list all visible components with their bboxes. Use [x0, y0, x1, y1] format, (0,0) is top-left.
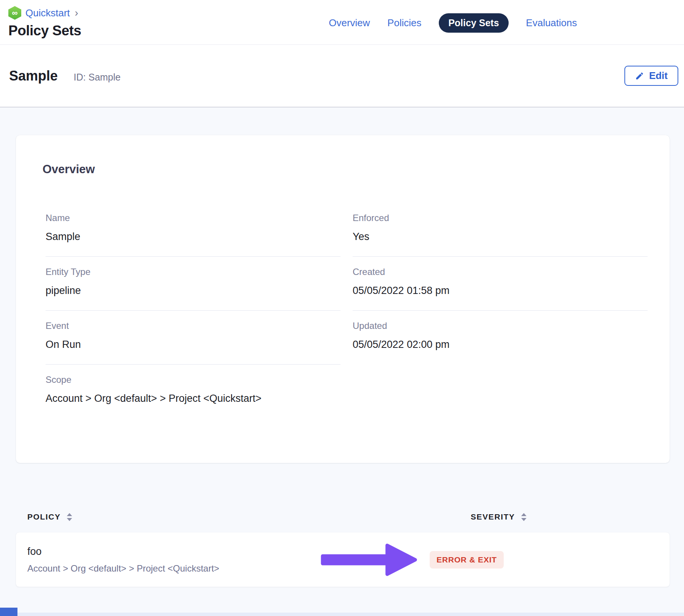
tab-overview[interactable]: Overview	[329, 17, 370, 29]
field-updated-label: Updated	[353, 321, 648, 331]
column-header-severity[interactable]: SEVERITY	[471, 512, 670, 521]
policy-cell: foo Account > Org <default> > Project <Q…	[27, 546, 219, 574]
policies-table: POLICY SEVERITY	[16, 512, 670, 587]
top-nav: Overview Policies Policy Sets Evaluation…	[329, 14, 577, 32]
table-row[interactable]: foo Account > Org <default> > Project <Q…	[16, 532, 670, 587]
field-name: Name Sample	[46, 213, 340, 257]
field-created-value: 05/05/2022 01:58 pm	[353, 285, 648, 297]
overview-card-title: Overview	[43, 163, 648, 176]
policy-set-name: Sample	[9, 68, 58, 84]
page-content: Overview Name Sample Entity Type pipelin…	[0, 107, 684, 587]
field-entity-type-value: pipeline	[46, 285, 340, 297]
entity-heading: Sample ID: Sample	[9, 68, 121, 84]
sort-icon[interactable]	[521, 513, 527, 521]
page-title: Policy Sets	[8, 23, 81, 39]
bottom-cutoff-strip	[0, 613, 684, 616]
field-event-label: Event	[46, 321, 340, 331]
field-updated-value: 05/05/2022 02:00 pm	[353, 339, 648, 351]
table-header-row: POLICY SEVERITY	[16, 512, 670, 521]
chevron-right-icon: ›	[75, 8, 78, 18]
breadcrumb-project-link[interactable]: Quickstart	[25, 7, 70, 19]
policy-set-id: ID: Sample	[74, 72, 121, 83]
field-entity-type: Entity Type pipeline	[46, 257, 340, 311]
tab-evaluations[interactable]: Evaluations	[526, 17, 577, 29]
edit-button-label: Edit	[649, 70, 668, 82]
tab-policy-sets-active[interactable]: Policy Sets	[439, 13, 508, 33]
entity-toolbar: Sample ID: Sample Edit	[0, 45, 684, 107]
column-header-policy[interactable]: POLICY	[27, 512, 72, 521]
severity-badge: ERROR & EXIT	[430, 551, 504, 569]
breadcrumb: ∞ Quickstart ›	[8, 6, 81, 20]
field-created: Created 05/05/2022 01:58 pm	[353, 257, 648, 311]
tab-policies[interactable]: Policies	[388, 17, 422, 29]
field-event: Event On Run	[46, 311, 340, 365]
policy-scope: Account > Org <default> > Project <Quick…	[27, 563, 219, 574]
overview-fields: Name Sample Entity Type pipeline Event O…	[46, 213, 648, 418]
field-enforced-value: Yes	[353, 231, 648, 243]
field-entity-type-label: Entity Type	[46, 267, 340, 277]
field-updated: Updated 05/05/2022 02:00 pm	[353, 311, 648, 364]
header-left: ∞ Quickstart › Policy Sets	[8, 0, 81, 44]
field-created-label: Created	[353, 267, 648, 277]
field-enforced-label: Enforced	[353, 213, 648, 223]
policy-name: foo	[27, 546, 219, 558]
field-name-label: Name	[46, 213, 340, 223]
harness-project-icon: ∞	[8, 6, 21, 20]
pencil-icon	[635, 71, 644, 81]
overview-card: Overview Name Sample Entity Type pipelin…	[16, 135, 670, 463]
field-event-value: On Run	[46, 339, 340, 351]
bottom-left-blue-bar	[0, 608, 17, 616]
overview-fields-left: Name Sample Entity Type pipeline Event O…	[46, 213, 340, 418]
field-name-value: Sample	[46, 231, 340, 243]
column-policy-label: POLICY	[27, 512, 61, 521]
annotation-arrow-icon	[320, 541, 419, 579]
column-severity-label: SEVERITY	[471, 512, 515, 521]
sort-icon[interactable]	[66, 513, 72, 521]
field-enforced: Enforced Yes	[353, 213, 648, 257]
field-scope-value: Account > Org <default> > Project <Quick…	[46, 393, 340, 404]
severity-cell: ERROR & EXIT	[430, 551, 504, 569]
field-scope-label: Scope	[46, 374, 340, 385]
overview-fields-right: Enforced Yes Created 05/05/2022 01:58 pm…	[353, 213, 648, 418]
top-header: ∞ Quickstart › Policy Sets Overview Poli…	[0, 0, 684, 45]
edit-button[interactable]: Edit	[624, 66, 678, 86]
field-scope: Scope Account > Org <default> > Project …	[46, 365, 340, 418]
